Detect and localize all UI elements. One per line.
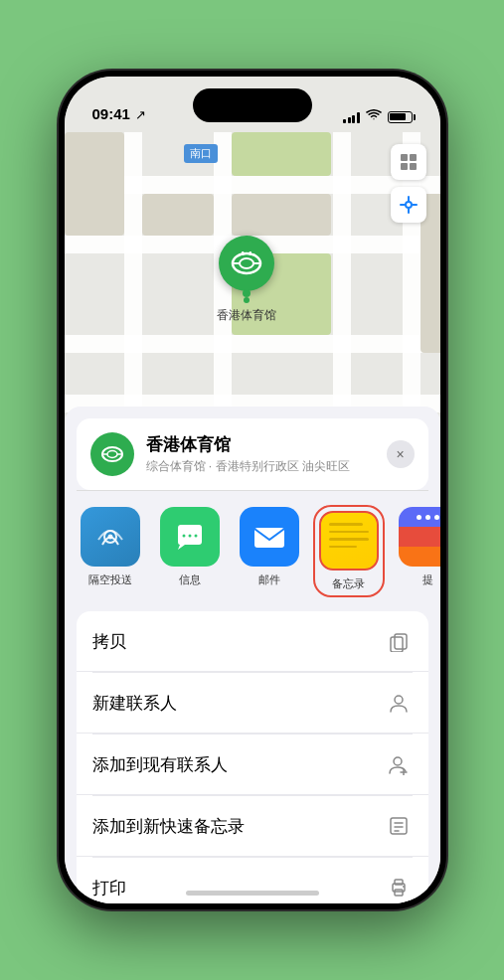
share-item-notes[interactable]: 备忘录 (315, 507, 383, 595)
location-arrow-icon: ↗ (135, 107, 146, 122)
location-button[interactable] (391, 187, 426, 223)
status-time: 09:41 (92, 105, 130, 124)
action-print-label: 打印 (92, 877, 126, 899)
svg-point-40 (403, 886, 405, 888)
messages-label: 信息 (179, 572, 201, 587)
share-item-messages[interactable]: 信息 (156, 507, 224, 595)
action-list: 拷贝 新建联系人 (77, 611, 428, 903)
action-quick-note-label: 添加到新快速备忘录 (92, 815, 245, 838)
dynamic-island (193, 88, 312, 122)
battery-icon (388, 111, 413, 123)
stadium-pin[interactable]: 香港体育馆 (217, 236, 276, 324)
action-copy-label: 拷贝 (92, 630, 126, 653)
status-icons (343, 109, 413, 124)
svg-rect-0 (401, 154, 408, 161)
svg-point-24 (188, 535, 191, 538)
mail-icon (240, 507, 299, 567)
airdrop-icon (81, 507, 140, 567)
venue-subtitle: 综合体育馆 · 香港特别行政区 油尖旺区 (146, 458, 387, 475)
venue-card: 香港体育馆 综合体育馆 · 香港特别行政区 油尖旺区 × (77, 418, 428, 490)
svg-rect-1 (410, 154, 417, 161)
svg-marker-14 (243, 251, 247, 255)
action-copy[interactable]: 拷贝 (77, 611, 428, 672)
venue-icon (90, 432, 134, 476)
action-new-contact[interactable]: 新建联系人 (77, 673, 428, 734)
svg-rect-2 (401, 163, 408, 170)
svg-point-4 (406, 202, 412, 208)
bottom-sheet: 香港体育馆 综合体育馆 · 香港特别行政区 油尖旺区 × (65, 407, 440, 903)
close-button[interactable]: × (387, 440, 415, 468)
action-new-contact-label: 新建联系人 (92, 692, 177, 715)
svg-point-29 (395, 696, 403, 704)
share-item-mail[interactable]: 邮件 (236, 507, 303, 595)
venue-info: 香港体育馆 综合体育馆 · 香港特别行政区 油尖旺区 (146, 433, 387, 475)
venue-name: 香港体育馆 (146, 433, 387, 456)
messages-icon (160, 507, 220, 567)
action-quick-note[interactable]: 添加到新快速备忘录 (77, 796, 428, 857)
print-icon (385, 874, 413, 901)
add-contact-icon (385, 750, 413, 778)
svg-point-18 (107, 451, 117, 458)
svg-point-30 (394, 757, 402, 765)
more-label: 提 (422, 572, 433, 587)
airdrop-label: 隔空投送 (88, 572, 132, 587)
map-station-label: 南口 (184, 144, 218, 163)
svg-point-25 (194, 535, 197, 538)
svg-rect-39 (395, 880, 403, 885)
copy-icon (385, 627, 413, 655)
wifi-icon (366, 109, 382, 124)
svg-point-23 (182, 535, 185, 538)
action-add-contact-label: 添加到现有联系人 (92, 753, 228, 776)
share-row: 隔空投送 信息 (65, 491, 440, 603)
notes-label: 备忘录 (332, 576, 365, 591)
share-item-more[interactable]: 提 (395, 507, 440, 595)
svg-marker-16 (247, 251, 251, 255)
new-contact-icon (385, 689, 413, 717)
map-type-button[interactable] (391, 144, 426, 180)
pin-dot (244, 297, 250, 303)
signal-icon (343, 111, 360, 123)
svg-point-22 (107, 535, 112, 540)
action-add-contact[interactable]: 添加到现有联系人 (77, 735, 428, 795)
phone-screen: 09:41 ↗ (65, 77, 440, 903)
more-icon (399, 507, 440, 567)
svg-rect-38 (395, 890, 403, 896)
home-indicator (186, 891, 319, 896)
quick-note-icon (385, 812, 413, 840)
mail-label: 邮件 (258, 572, 280, 587)
share-item-airdrop[interactable]: 隔空投送 (77, 507, 144, 595)
svg-rect-3 (410, 163, 417, 170)
pin-icon (219, 236, 274, 291)
phone-frame: 09:41 ↗ (59, 71, 446, 909)
map-controls[interactable] (391, 144, 426, 223)
pin-label: 香港体育馆 (217, 307, 276, 324)
action-print[interactable]: 打印 (77, 858, 428, 903)
svg-point-10 (240, 258, 253, 268)
notes-icon (319, 511, 379, 571)
svg-rect-26 (254, 528, 284, 548)
